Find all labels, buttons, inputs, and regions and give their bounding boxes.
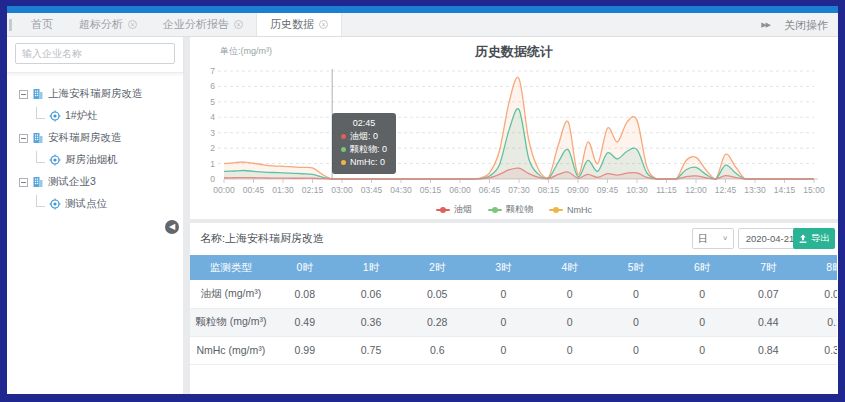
value-cell: 0.49 [272,308,338,336]
value-cell: 0.02 [801,280,837,308]
tree-node-label: 测试企业3 [48,175,96,189]
legend-label: 颗粒物 [506,203,533,216]
svg-text:08:15: 08:15 [538,185,560,195]
period-select[interactable]: 日 ∨ [692,228,734,249]
tree-node-label: 厨房油烟机 [65,153,118,167]
svg-text:09:00: 09:00 [567,185,589,195]
tree-connector [36,195,45,207]
row-type-cell: 颗粒物 (mg/m³) [190,308,272,336]
company-search-input[interactable] [15,43,175,64]
legend-label: 油烟 [454,203,472,216]
tree-node-company-1[interactable]: 安科瑞厨房改造 [11,127,179,149]
value-cell: 0.84 [735,336,801,364]
sidebar-collapse-button[interactable]: ◀ [165,220,179,234]
col-header-7: 6时 [669,255,735,280]
tree-collapse-icon[interactable] [19,90,28,99]
svg-text:03:45: 03:45 [361,185,383,195]
value-cell: 0 [603,336,669,364]
tab-close-icon[interactable]: × [234,20,243,29]
tree-node-point-0-0[interactable]: 1#炉灶 [11,105,179,127]
value-cell: 0.06 [338,280,404,308]
svg-text:6: 6 [210,81,215,91]
value-cell: 0 [537,308,603,336]
legend-label: NmHc [567,205,592,215]
search-row [7,37,183,73]
svg-text:09:45: 09:45 [597,185,619,195]
table-wrap[interactable]: 监测类型0时1时2时3时4时5时6时7时8时9时 油烟 (mg/m³)0.080… [190,255,837,394]
tree-node-company-0[interactable]: 上海安科瑞厨房改造 [11,83,179,105]
value-cell: 0 [669,308,735,336]
col-header-1: 0时 [272,255,338,280]
tab-label: 历史数据 [270,17,314,32]
svg-text:03:00: 03:00 [331,185,353,195]
svg-text:02:15: 02:15 [302,185,324,195]
legend-item-颗粒物[interactable]: 颗粒物 [488,203,533,216]
building-icon [32,176,44,188]
value-cell: 0 [669,280,735,308]
tab-close-icon[interactable]: × [128,20,137,29]
svg-text:1: 1 [210,159,215,169]
tab-close-icon[interactable]: × [319,20,328,29]
tab-3[interactable]: 历史数据× [256,13,342,36]
tree-connector [36,107,45,119]
svg-text:07:30: 07:30 [508,185,530,195]
value-cell: 0.36 [338,308,404,336]
top-accent-bar [7,6,838,13]
tab-label: 超标分析 [79,17,123,32]
export-icon [798,234,808,244]
tree-node-label: 上海安科瑞厨房改造 [48,87,143,101]
svg-text:14:15: 14:15 [774,185,796,195]
svg-text:0: 0 [210,174,215,184]
tree-node-label: 测试点位 [65,197,107,211]
table-row: 油烟 (mg/m³)0.080.060.0500000.070.020 [190,280,837,308]
chart-card: 单位:(mg/m³) 历史数据统计 0123456700:0000:4501:3… [190,37,838,219]
tree-collapse-icon[interactable] [19,178,28,187]
value-cell: 0.08 [272,280,338,308]
monitor-point-icon [49,198,61,210]
monitor-data-table: 监测类型0时1时2时3时4时5时6时7时8时9时 油烟 (mg/m³)0.080… [190,255,837,365]
value-cell: 0.1 [801,308,837,336]
building-icon [32,88,44,100]
value-cell: 0 [669,336,735,364]
legend-item-油烟[interactable]: 油烟 [436,203,472,216]
svg-text:4: 4 [210,112,215,122]
close-operations-button[interactable]: 关闭操作 [784,18,828,33]
tree-node-point-2-0[interactable]: 测试点位 [11,193,179,215]
chart-legend: 油烟颗粒物NmHc [190,203,838,216]
col-header-5: 4时 [537,255,603,280]
value-cell: 0.44 [735,308,801,336]
history-chart[interactable]: 0123456700:0000:4501:3002:1503:0003:4504… [198,61,828,207]
value-cell: 0 [603,280,669,308]
value-cell: 0.07 [735,280,801,308]
table-toolbar: 名称:上海安科瑞厨房改造 日 ∨ 导出 [190,223,838,254]
tab-2[interactable]: 企业分析报告× [150,13,256,36]
content-area: 上海安科瑞厨房改造1#炉灶安科瑞厨房改造厨房油烟机测试企业3测试点位 单位:(m… [7,37,838,394]
export-button[interactable]: 导出 [793,228,835,249]
fast-forward-icon[interactable]: ▶▶ [761,21,770,29]
svg-text:00:45: 00:45 [243,185,265,195]
col-header-4: 3时 [470,255,536,280]
tree-collapse-icon[interactable] [19,134,28,143]
value-cell: 0 [470,280,536,308]
svg-text:3: 3 [210,128,215,138]
value-cell: 0.05 [404,280,470,308]
svg-text:12:00: 12:00 [685,185,707,195]
tree-node-label: 1#炉灶 [65,109,98,123]
col-header-2: 1时 [338,255,404,280]
main-panel: 单位:(mg/m³) 历史数据统计 0123456700:0000:4501:3… [190,37,838,394]
svg-text:04:30: 04:30 [390,185,412,195]
sidebar: 上海安科瑞厨房改造1#炉灶安科瑞厨房改造厨房油烟机测试企业3测试点位 [7,37,183,394]
legend-item-NmHc[interactable]: NmHc [549,203,592,216]
svg-text:13:30: 13:30 [744,185,766,195]
tree-node-point-1-0[interactable]: 厨房油烟机 [11,149,179,171]
value-cell: 0 [470,308,536,336]
selected-company-label: 名称:上海安科瑞厨房改造 [200,223,324,254]
svg-text:11:15: 11:15 [656,185,677,195]
svg-text:12:45: 12:45 [715,185,737,195]
tab-0[interactable]: 首页 [18,13,66,36]
tab-1[interactable]: 超标分析× [66,13,150,36]
value-cell: 0.75 [338,336,404,364]
legend-marker-icon [436,209,450,211]
tree-node-company-2[interactable]: 测试企业3 [11,171,179,193]
chevron-down-icon: ∨ [722,235,728,242]
